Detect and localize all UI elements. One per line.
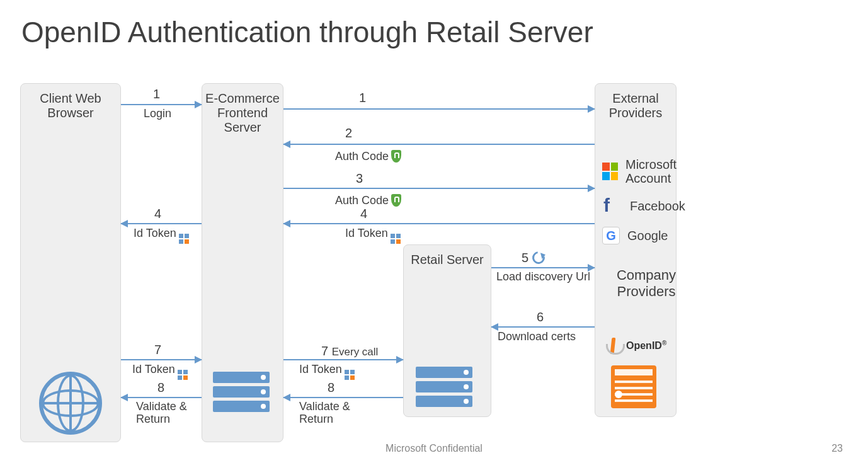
arrow-num: 6 [537,310,544,324]
facebook-icon: f [603,197,622,215]
token-icon [391,234,401,244]
arrow-label: Load discovery Url [496,271,591,283]
globe-icon [39,372,102,435]
arrow-8-validate-long [283,397,403,398]
directory-icon [611,365,656,408]
footer-text: Microsoft Confidential [0,443,868,454]
shield-icon [391,194,401,207]
arrow-1-login [121,104,202,105]
arrow-8-validate-short [121,397,202,398]
arrow-7-idtoken-everycall [283,359,403,360]
server-icon [213,372,270,415]
provider-google: G Google [595,227,714,244]
refresh-icon [530,249,547,266]
arrow-3-authcode [283,188,595,189]
arrow-num: 1 [153,87,160,101]
arrow-label: Auth Code [335,147,401,163]
arrow-4-idtoken-long [283,223,595,224]
arrow-1-to-provider [283,108,595,110]
arrow-label: Download certs [498,330,576,343]
page-number: 23 [831,443,843,454]
provider-list: Microsoft Account f Facebook G Google [595,157,714,256]
arrow-7-idtoken-short [121,359,202,360]
provider-microsoft: Microsoft Account [595,157,714,185]
arrow-label: Validate & Return [299,401,368,426]
arrow-label: Id Token [132,363,188,379]
arrow-6-certs [491,326,595,328]
microsoft-icon [602,163,618,180]
node-label: Client Web Browser [40,91,101,120]
token-icon [345,370,355,380]
arrow-label: Id Token [345,227,401,243]
arrow-num: 7 [154,343,161,357]
arrow-num: 7 Every call [321,344,378,358]
arrow-num: 4 [154,207,161,221]
server-icon [416,367,472,410]
arrow-num: 8 [328,381,334,395]
arrow-num: 8 [157,381,164,395]
node-label: E-Commerce Frontend Server [205,91,280,134]
arrow-5-discovery [491,267,595,268]
openid-icon [606,338,622,354]
token-icon [178,370,188,380]
arrow-num: 2 [345,126,352,140]
company-providers-label: Company Providers [602,267,690,301]
arrow-num: 4 [360,207,367,221]
arrow-4-idtoken-short [121,223,202,224]
arrow-label: Id Token [134,227,189,243]
shield-icon [391,150,401,163]
arrow-num: 1 [359,91,366,105]
arrow-num: 3 [356,171,363,186]
arrow-label: Id Token [299,363,355,379]
node-label: External Providers [609,91,662,120]
arrow-label: Login [144,107,171,120]
slide-title: OpenID Authentication through Retail Ser… [21,15,593,49]
arrow-label: Auth Code [335,192,401,207]
google-icon: G [602,227,620,244]
arrow-label: Validate & Return [136,401,199,426]
arrow-2-authcode [283,144,595,145]
arrow-num: 5 [522,249,545,265]
provider-openid: OpenID® [606,338,666,354]
provider-facebook: f Facebook [595,197,714,215]
node-label: Retail Server [411,253,484,266]
token-icon [179,234,189,244]
